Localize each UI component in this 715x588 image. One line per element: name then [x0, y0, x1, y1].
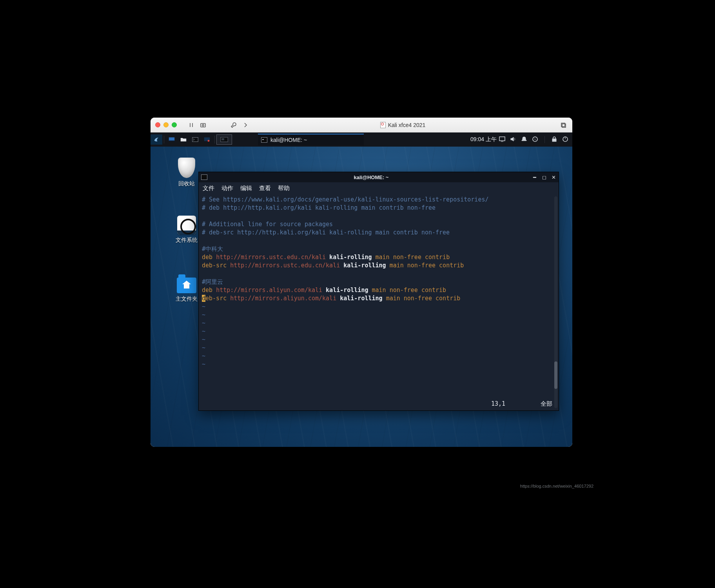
window-minimize-icon[interactable]: ━ [532, 174, 537, 180]
notification-bell-icon[interactable] [521, 136, 527, 143]
terminal-menubar: 文件 动作 编辑 查看 帮助 [199, 182, 559, 194]
terminal-scrollbar[interactable] [554, 196, 557, 408]
status-position: 13,1 [491, 400, 505, 408]
system-tray [499, 136, 572, 143]
minimize-button[interactable] [163, 122, 169, 127]
editor-content: # See https://www.kali.org/docs/general-… [202, 196, 555, 368]
desktop-filesystem-icon[interactable]: 文件系统 [172, 216, 201, 244]
svg-point-8 [208, 140, 210, 142]
vm-doc-icon [380, 122, 386, 128]
window-close-icon[interactable]: ✕ [551, 174, 556, 180]
terminal-titlebar[interactable]: kali@HOME: ~ ━ ◻ ✕ [199, 172, 559, 182]
menu-action[interactable]: 动作 [221, 185, 233, 192]
power-icon[interactable] [532, 136, 538, 143]
show-desktop-icon[interactable] [166, 134, 178, 145]
stage: Kali xfce4 2021 [119, 98, 596, 490]
traffic-lights [155, 122, 177, 127]
trash-icon [178, 158, 195, 178]
terminal-window: kali@HOME: ~ ━ ◻ ✕ 文件 动作 编辑 查看 帮助 # See … [198, 172, 559, 411]
host-title: Kali xfce4 2021 [253, 122, 553, 128]
desktop-home-icon[interactable]: 主文件夹 [172, 278, 201, 303]
close-button[interactable] [155, 122, 160, 127]
window-maximize-icon[interactable]: ◻ [541, 174, 547, 180]
host-window: Kali xfce4 2021 [151, 118, 572, 447]
trash-label: 回收站 [172, 180, 201, 187]
zoom-button[interactable] [172, 122, 177, 127]
panel-clock[interactable]: 09:04 上午 [470, 136, 499, 143]
vm-desktop: kali@HOME: ~ 09:04 上午 回收站 [151, 132, 572, 447]
terminal-icon [201, 174, 207, 180]
terminal-icon [261, 137, 267, 143]
watermark-text: https://blog.csdn.net/weixin_46017292 [520, 484, 593, 488]
wrench-icon[interactable] [229, 121, 238, 129]
svg-point-1 [202, 124, 204, 126]
pause-icon[interactable] [187, 121, 196, 129]
task-label: kali@HOME: ~ [270, 137, 307, 143]
record-icon[interactable] [201, 134, 213, 145]
terminal-title-text: kali@HOME: ~ [211, 174, 532, 180]
menu-file[interactable]: 文件 [203, 185, 214, 192]
svg-rect-10 [221, 138, 224, 140]
files-icon[interactable] [178, 134, 189, 145]
editor-cursor: d [202, 295, 205, 302]
snapshot-icon[interactable] [199, 121, 207, 129]
svg-rect-11 [499, 137, 505, 141]
desktop-trash-icon[interactable]: 回收站 [172, 158, 201, 187]
disk-icon [177, 216, 196, 234]
menu-view[interactable]: 查看 [259, 185, 271, 192]
menu-help[interactable]: 帮助 [278, 185, 290, 192]
svg-rect-0 [201, 123, 205, 127]
svg-rect-5 [169, 140, 174, 141]
taskbar-terminal-task[interactable]: kali@HOME: ~ [258, 134, 364, 145]
volume-icon[interactable] [510, 136, 516, 143]
logout-icon[interactable] [562, 136, 568, 143]
terminal-body[interactable]: # See https://www.kali.org/docs/general-… [199, 194, 559, 410]
home-label: 主文件夹 [172, 296, 201, 303]
workspace-switcher-icon[interactable] [216, 134, 232, 145]
host-title-text: Kali xfce4 2021 [388, 122, 426, 128]
xfce-panel: kali@HOME: ~ 09:04 上午 [151, 132, 572, 147]
terminal-launcher-icon[interactable] [189, 134, 201, 145]
svg-rect-13 [552, 139, 556, 142]
scrollbar-thumb[interactable] [554, 361, 557, 389]
host-titlebar: Kali xfce4 2021 [151, 118, 572, 132]
editor-statusbar: . 13,1 全部 [205, 400, 552, 408]
status-all: 全部 [541, 400, 552, 408]
lock-icon[interactable] [551, 136, 557, 143]
forward-icon[interactable] [241, 121, 250, 129]
display-icon[interactable] [499, 136, 505, 143]
fs-label: 文件系统 [172, 237, 201, 244]
home-folder-icon [177, 278, 196, 293]
svg-rect-6 [192, 137, 198, 142]
menu-edit[interactable]: 编辑 [240, 185, 252, 192]
app-menu-icon[interactable] [151, 134, 162, 145]
window-stack-icon[interactable] [559, 121, 568, 129]
